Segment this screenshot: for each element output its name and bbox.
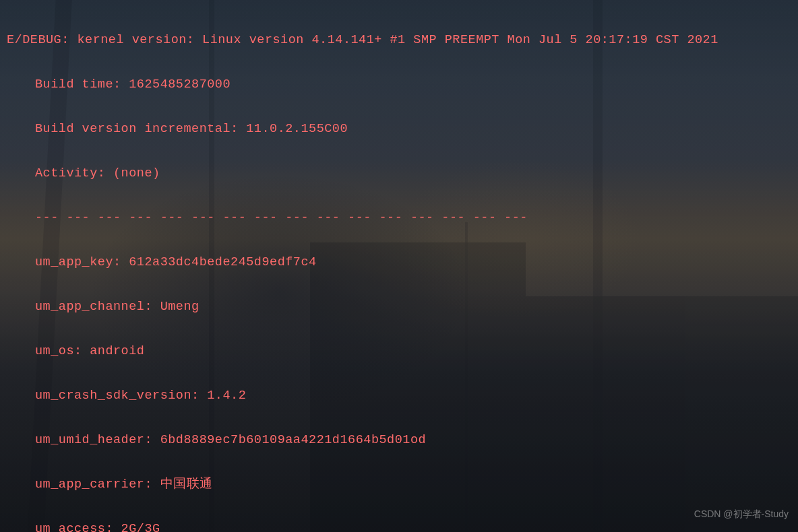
log-line: um_umid_header: 6bd8889ec7b60109aa4221d1… [7,429,798,451]
watermark: CSDN @初学者-Study [694,503,789,525]
log-line: Build time: 1625485287000 [7,73,798,96]
log-output: E/DEBUG: kernel version: Linux version 4… [0,0,798,532]
log-line: um_crash_sdk_version: 1.4.2 [7,385,798,407]
log-line: um_app_key: 612a33dc4bede245d9edf7c4 [7,251,798,273]
log-line: um_app_carrier: 中国联通 [7,473,798,496]
log-tag: E/DEBUG: [7,33,69,47]
log-text: kernel version: Linux version 4.14.141+ … [77,33,718,47]
log-line: Activity: (none) [7,162,798,185]
log-line: um_access: 2G/3G [7,518,798,532]
log-separator: --- --- --- --- --- --- --- --- --- --- … [7,207,798,229]
log-line: E/DEBUG: kernel version: Linux version 4… [7,29,798,51]
log-line: Build version incremental: 11.0.2.155C00 [7,118,798,140]
log-line: um_app_channel: Umeng [7,296,798,318]
log-line: um_os: android [7,340,798,362]
